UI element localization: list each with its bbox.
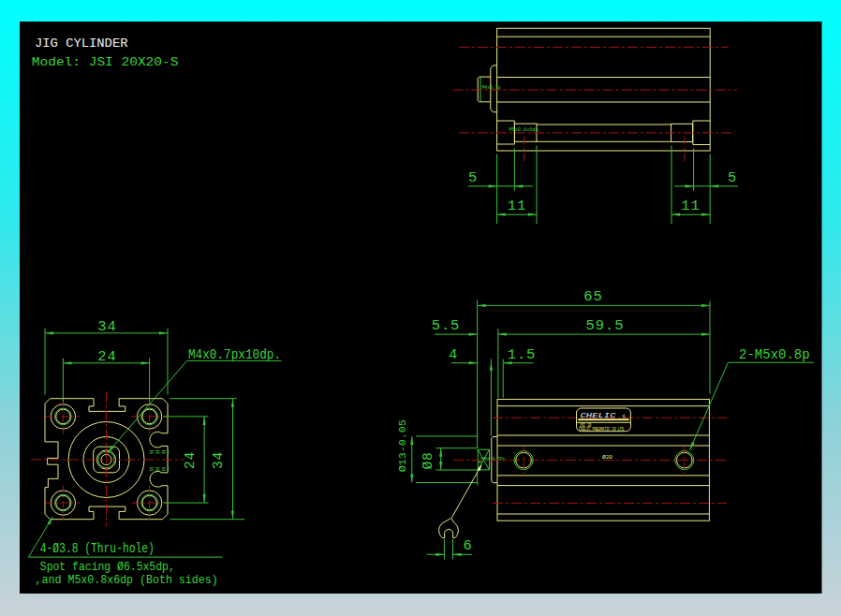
svg-text:M4x0.7Pp: M4x0.7Pp [485,456,506,462]
svg-text:M5x0.8x6dp.: M5x0.8x6dp. [509,127,541,133]
svg-text:Ø8: Ø8 [420,451,435,469]
svg-text:Model: JSI 20X20-S: Model: JSI 20X20-S [32,55,179,69]
svg-text:1.5: 1.5 [508,346,537,363]
svg-text:6: 6 [463,537,472,554]
svg-text:4-Ø3.8 (Thru-hole): 4-Ø3.8 (Thru-hole) [40,541,155,556]
svg-text:65: 65 [583,288,602,305]
svg-text:®: ® [623,414,626,420]
svg-text:2-M5x0.8p: 2-M5x0.8p [739,347,810,362]
svg-text:JIG CYLINDER: JIG CYLINDER [35,37,128,51]
svg-text:Ø13-0.05: Ø13-0.05 [398,419,409,472]
svg-text:34: 34 [211,451,226,469]
svg-text:Spot facing Ø6.5x5dp,: Spot facing Ø6.5x5dp, [40,560,175,574]
svg-text:24: 24 [97,348,116,365]
svg-text:5.5: 5.5 [432,317,461,334]
svg-text:,and M5x0.8x6dp (Both sides): ,and M5x0.8x6dp (Both sides) [36,573,218,587]
svg-text:11: 11 [508,198,526,214]
svg-text:CHELIC PNEUMATIC CO LTD: CHELIC PNEUMATIC CO LTD [579,427,624,433]
svg-text:5: 5 [468,169,478,186]
svg-text:4: 4 [449,346,458,363]
svg-text:5: 5 [728,169,737,186]
svg-text:34: 34 [97,318,116,335]
svg-text:24: 24 [183,451,198,469]
svg-text:59.5: 59.5 [586,317,625,334]
svg-text:Ø20: Ø20 [602,454,612,461]
svg-text:CHELIC: CHELIC [581,411,616,419]
svg-text:M4x0.7px10dp.: M4x0.7px10dp. [188,347,281,362]
svg-text:11: 11 [681,198,700,214]
